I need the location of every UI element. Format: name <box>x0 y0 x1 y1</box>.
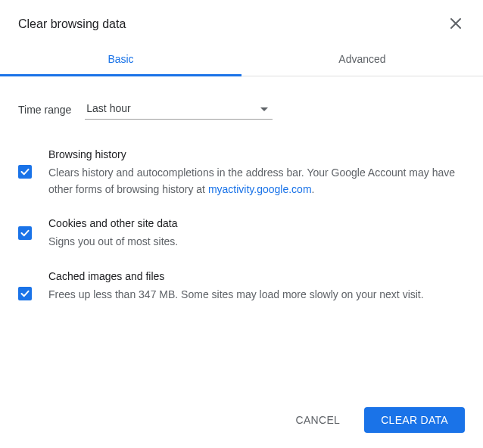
option-description: Signs you out of most sites. <box>48 234 465 250</box>
time-range-select[interactable]: Last hour <box>85 99 273 120</box>
tab-advanced[interactable]: Advanced <box>242 42 483 76</box>
checkbox-browsing-history[interactable] <box>18 165 32 179</box>
option-browsing-history: Browsing history Clears history and auto… <box>18 148 465 198</box>
option-title: Cached images and files <box>48 270 465 282</box>
option-description: Frees up less than 347 MB. Some sites ma… <box>48 287 465 303</box>
tab-bar: Basic Advanced <box>0 42 483 76</box>
option-cache: Cached images and files Frees up less th… <box>18 270 465 303</box>
option-text: Cached images and files Frees up less th… <box>48 270 465 303</box>
checkbox-cache[interactable] <box>18 287 32 300</box>
dialog-header: Clear browsing data <box>0 0 483 42</box>
checkbox-cookies[interactable] <box>18 226 32 240</box>
check-icon <box>20 166 30 177</box>
dialog-title: Clear browsing data <box>18 17 126 31</box>
myactivity-link[interactable]: myactivity.google.com <box>208 183 312 195</box>
options-list: Browsing history Clears history and auto… <box>0 127 483 303</box>
time-range-label: Time range <box>18 104 71 116</box>
close-icon <box>450 17 462 32</box>
time-range-value: Last hour <box>86 102 130 114</box>
option-title: Cookies and other site data <box>48 217 465 229</box>
check-icon <box>20 288 30 299</box>
dialog-footer: CANCEL CLEAR DATA <box>279 407 465 433</box>
time-range-row: Time range Last hour <box>0 76 483 127</box>
option-text: Browsing history Clears history and auto… <box>48 148 465 198</box>
check-icon <box>20 228 30 238</box>
option-text: Cookies and other site data Signs you ou… <box>48 217 465 250</box>
chevron-down-icon <box>260 102 268 114</box>
tab-basic[interactable]: Basic <box>0 42 242 76</box>
cancel-button[interactable]: CANCEL <box>279 407 357 433</box>
option-description: Clears history and autocompletions in th… <box>48 165 465 198</box>
close-button[interactable] <box>447 15 465 33</box>
option-title: Browsing history <box>48 148 465 160</box>
clear-data-button[interactable]: CLEAR DATA <box>364 407 465 433</box>
desc-text: . <box>312 183 315 195</box>
option-cookies: Cookies and other site data Signs you ou… <box>18 217 465 250</box>
